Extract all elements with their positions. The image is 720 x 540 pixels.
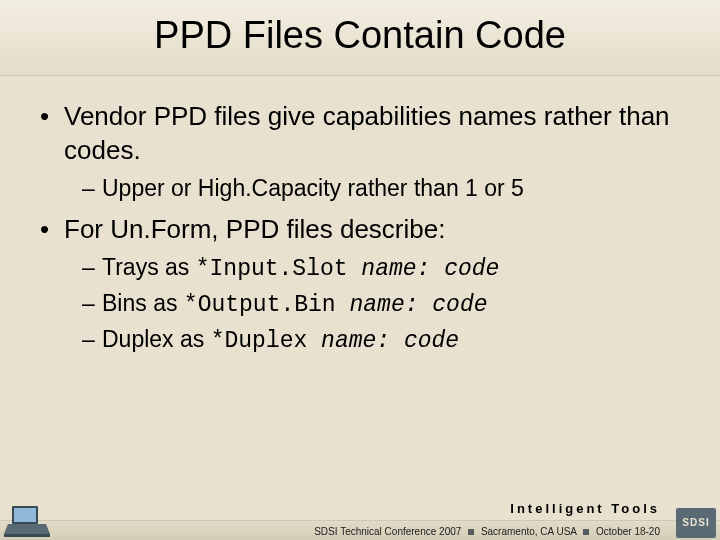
footer: Intelligent Tools SDSI Technical Confere…	[0, 494, 720, 540]
bullet-2-text: For Un.Form, PPD files describe:	[64, 214, 445, 244]
sub-ital: name: code	[361, 256, 499, 282]
bullet-2: For Un.Form, PPD files describe: Trays a…	[40, 213, 690, 356]
footer-conf: SDSI Technical Conference 2007	[314, 526, 461, 537]
title-band: PPD Files Contain Code	[0, 0, 720, 76]
bullet-1: Vendor PPD files give capabilities names…	[40, 100, 690, 203]
footer-loc: Sacramento, CA USA	[481, 526, 577, 537]
sub-prefix: Bins as	[102, 290, 184, 316]
footer-date: October 18-20	[596, 526, 660, 537]
sdsi-logo: SDSI	[676, 508, 716, 538]
slide-body: Vendor PPD files give capabilities names…	[0, 76, 720, 357]
sub-ital: name: code	[349, 292, 487, 318]
bullet-1-sub-1-text: Upper or High.Capacity rather than 1 or …	[102, 175, 524, 201]
sub-prefix: Duplex as	[102, 326, 211, 352]
sub-prefix: Trays as	[102, 254, 196, 280]
sub-code: *Output.Bin	[184, 292, 350, 318]
svg-rect-2	[4, 534, 50, 537]
bullet-1-sub-1: Upper or High.Capacity rather than 1 or …	[82, 174, 690, 204]
bullet-1-text: Vendor PPD files give capabilities names…	[64, 101, 670, 165]
footer-tagline: Intelligent Tools	[510, 501, 660, 516]
sub-code: *Duplex	[211, 328, 321, 354]
svg-rect-1	[14, 508, 36, 522]
sub-ital: name: code	[321, 328, 459, 354]
separator-icon	[468, 529, 474, 535]
separator-icon	[583, 529, 589, 535]
laptop-icon	[4, 504, 50, 538]
slide-title: PPD Files Contain Code	[0, 14, 720, 57]
bullet-2-sub-3: Duplex as *Duplex name: code	[82, 325, 690, 357]
footer-text: SDSI Technical Conference 2007 Sacrament…	[0, 526, 660, 537]
bullet-2-sub-1: Trays as *Input.Slot name: code	[82, 253, 690, 285]
bullet-2-sub-2: Bins as *Output.Bin name: code	[82, 289, 690, 321]
sub-code: *Input.Slot	[196, 256, 362, 282]
